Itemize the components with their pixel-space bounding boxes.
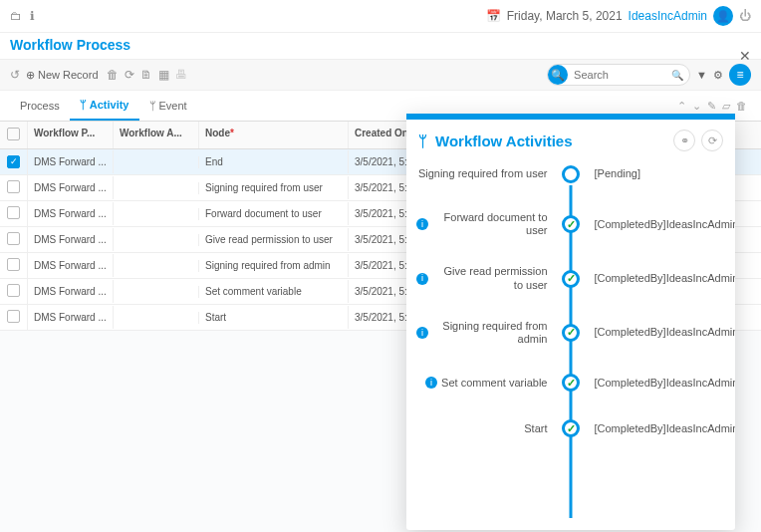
info-dot-icon: i — [416, 327, 428, 339]
grid-icon[interactable]: ▦ — [158, 68, 169, 82]
row-checkbox[interactable] — [7, 258, 20, 271]
cell-node: End — [199, 150, 349, 173]
filter-icon[interactable]: ▼ — [696, 69, 707, 81]
info-dot-icon: i — [425, 377, 437, 389]
info-dot-icon: i — [416, 218, 428, 230]
info-dot-icon: i — [416, 273, 428, 285]
cell-process: DMS Forward ... — [28, 254, 114, 277]
chevron-up-icon[interactable]: ⌃ — [677, 100, 686, 113]
col-node[interactable]: Node* — [199, 122, 349, 148]
username-link[interactable]: IdeasIncAdmin — [629, 9, 707, 23]
check-circle-icon — [562, 419, 580, 437]
event-tree-icon: ᛘ — [149, 100, 156, 112]
timeline-step: Signing required from user[Pending] — [416, 165, 725, 183]
check-circle-icon — [562, 270, 580, 288]
print-icon[interactable]: 🖶 — [175, 68, 187, 82]
cell-node: Signing required from user — [199, 176, 349, 199]
timeline-step: Start[CompletedBy]IdeasIncAdmin — [416, 419, 725, 437]
check-circle-icon — [562, 324, 580, 342]
step-left-label: Give read permission to user — [432, 265, 548, 291]
cell-node: Start — [199, 306, 349, 329]
chevron-down-icon[interactable]: ⌄ — [692, 100, 701, 113]
tab-activity[interactable]: ᛘ Activity — [70, 91, 139, 121]
cell-process: DMS Forward ... — [28, 228, 114, 251]
cell-activity — [114, 286, 199, 298]
cell-process: DMS Forward ... — [28, 280, 114, 303]
panel-refresh-icon[interactable]: ⟳ — [701, 130, 723, 151]
row-checkbox[interactable] — [7, 180, 20, 193]
step-right-label: [CompletedBy]IdeasIncAdmin — [587, 377, 726, 390]
trash-small-icon[interactable]: 🗑 — [736, 100, 747, 113]
refresh-icon[interactable]: ⟳ — [125, 68, 134, 82]
cell-node: Give read permission to user — [199, 228, 349, 251]
top-header: 🗀 ℹ 📅 Friday, March 5, 2021 IdeasIncAdmi… — [0, 0, 761, 33]
step-left-label: Set comment variable — [441, 377, 547, 390]
cell-activity — [114, 260, 199, 272]
cell-node: Set comment variable — [199, 280, 349, 303]
user-avatar-icon[interactable]: 👤 — [713, 6, 733, 26]
search-icon[interactable]: 🔍 — [671, 70, 683, 81]
pending-circle-icon — [562, 165, 580, 183]
settings-gear-icon[interactable]: ⚙ — [713, 69, 723, 82]
cell-process: DMS Forward ... — [28, 176, 114, 199]
col-workflow-activity[interactable]: Workflow A... — [114, 122, 199, 148]
power-icon[interactable]: ⏻ — [739, 9, 751, 23]
activity-tree-icon: ᛘ — [80, 99, 87, 111]
external-icon[interactable]: ▱ — [722, 100, 730, 113]
cell-activity — [114, 156, 199, 168]
step-right-label: [CompletedBy]IdeasIncAdmin — [587, 218, 726, 231]
trash-icon[interactable]: 🗑 — [107, 68, 119, 82]
edit-icon[interactable]: ✎ — [707, 100, 716, 113]
folder-icon[interactable]: 🗀 — [10, 9, 22, 23]
new-record-label: New Record — [38, 69, 99, 81]
timeline-step: iGive read permission to user[CompletedB… — [416, 265, 725, 291]
tab-event[interactable]: ᛘ Event — [139, 92, 197, 120]
search-input[interactable] — [572, 68, 671, 82]
tab-process[interactable]: Process — [10, 92, 70, 120]
search-field[interactable]: 🔍 🔍 — [547, 64, 690, 86]
plus-circle-icon: ⊕ — [26, 69, 35, 82]
row-checkbox[interactable] — [7, 310, 20, 323]
cell-node: Signing required from admin — [199, 254, 349, 277]
cell-process: DMS Forward ... — [28, 202, 114, 225]
row-checkbox[interactable] — [7, 232, 20, 245]
close-icon[interactable]: ✕ — [739, 48, 751, 64]
col-workflow-process[interactable]: Workflow P... — [28, 122, 114, 148]
tab-event-label: Event — [159, 100, 187, 112]
timeline-step: iSigning required from admin[CompletedBy… — [416, 320, 725, 346]
panel-link-icon[interactable]: ⚭ — [673, 130, 695, 151]
export-icon[interactable]: 🗎 — [140, 68, 152, 82]
new-record-button[interactable]: ⊕ New Record — [26, 69, 99, 82]
step-left-label: Signing required from admin — [432, 320, 548, 346]
cell-node: Forward document to user — [199, 202, 349, 225]
page-title: Workflow Process — [0, 33, 761, 59]
step-right-label: [CompletedBy]IdeasIncAdmin — [587, 326, 726, 339]
tab-activity-label: Activity — [90, 99, 129, 111]
step-left-label: Start — [524, 422, 547, 435]
search-badge-icon: 🔍 — [548, 65, 568, 85]
row-checkbox[interactable]: ✓ — [7, 155, 20, 168]
workflow-activities-panel: ᛘ Workflow Activities ⚭ ⟳ Signing requir… — [406, 114, 735, 530]
menu-icon[interactable]: ≡ — [729, 64, 751, 86]
cell-process: DMS Forward ... — [28, 150, 114, 173]
step-right-label: [CompletedBy]IdeasIncAdmin — [587, 272, 726, 285]
check-circle-icon — [562, 374, 580, 392]
row-checkbox[interactable] — [7, 206, 20, 219]
step-right-label: [Pending] — [587, 167, 726, 180]
timeline-step: iSet comment variable[CompletedBy]IdeasI… — [416, 374, 725, 392]
branch-icon: ᛘ — [418, 133, 427, 149]
check-circle-icon — [562, 215, 580, 233]
info-icon[interactable]: ℹ — [30, 9, 35, 23]
step-right-label: [CompletedBy]IdeasIncAdmin — [587, 422, 726, 435]
step-left-label: Forward document to user — [432, 211, 548, 237]
cell-process: DMS Forward ... — [28, 306, 114, 329]
panel-title-text: Workflow Activities — [435, 133, 573, 149]
cell-activity — [114, 312, 199, 324]
header-checkbox[interactable] — [0, 122, 28, 148]
row-checkbox[interactable] — [7, 284, 20, 297]
undo-icon[interactable]: ↺ — [10, 68, 20, 82]
header-date: Friday, March 5, 2021 — [507, 9, 623, 23]
calendar-icon: 📅 — [486, 9, 501, 23]
cell-activity — [114, 208, 199, 220]
step-left-label: Signing required from user — [418, 167, 548, 180]
